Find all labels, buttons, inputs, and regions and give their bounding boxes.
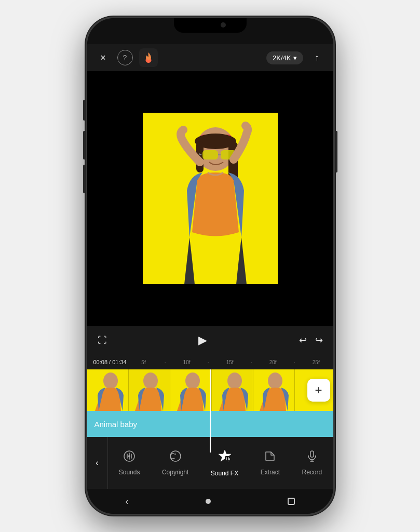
add-media-button[interactable]: + [307, 379, 330, 402]
soundfx-svg-icon [218, 449, 232, 463]
svg-point-14 [143, 373, 158, 389]
ruler-mark-dot1: · [154, 360, 176, 365]
notch [174, 18, 247, 33]
extract-svg-icon [264, 450, 276, 462]
phone-screen: × ? 2K/4K ▾ ↑ [87, 18, 333, 514]
frame-thumbnail-3 [170, 369, 212, 411]
quality-selector[interactable]: 2K/4K ▾ [266, 51, 303, 64]
quality-arrow: ▾ [293, 54, 297, 62]
ruler-mark-5f: 5f [133, 360, 155, 365]
export-button[interactable]: ↑ [309, 50, 325, 65]
ruler-mark-dot2: · [197, 360, 219, 365]
play-button[interactable]: ▶ [198, 334, 207, 347]
ruler-mark-10f: 10f [176, 360, 198, 365]
record-svg-icon [306, 450, 318, 462]
timeline-frame-2 [129, 369, 170, 411]
svg-rect-28 [228, 457, 229, 460]
timeline-frame-5 [253, 369, 295, 411]
ruler-marks: 5f · 10f · 15f · 20f · 25f [133, 360, 327, 365]
svg-point-24 [175, 454, 176, 455]
timeline-frame-1 [87, 369, 129, 411]
quality-label: 2K/4K [273, 54, 291, 62]
sounds-icon [123, 450, 136, 466]
copyright-icon [169, 450, 182, 466]
menu-item-extract[interactable]: Extract [261, 450, 280, 476]
volume-up-button[interactable] [83, 131, 85, 159]
nav-back-button[interactable]: ‹ [126, 496, 129, 507]
bottom-menu: ‹ Sounds [87, 437, 333, 489]
ruler-mark-dot3: · [240, 360, 262, 365]
menu-item-record[interactable]: Record [302, 450, 322, 476]
video-preview [87, 71, 333, 326]
svg-point-20 [268, 373, 282, 389]
frame-thumbnail-2 [129, 369, 170, 411]
sounds-label: Sounds [119, 469, 140, 476]
nav-home-button[interactable] [206, 499, 211, 504]
svg-rect-6 [202, 150, 218, 159]
svg-point-22 [128, 455, 130, 457]
record-icon [306, 450, 318, 466]
menu-items: Sounds Copyright [108, 437, 333, 489]
playback-controls: ⛶ ▶ ↩ ↪ [87, 326, 333, 355]
frame-thumbnail-1 [87, 369, 129, 411]
top-toolbar: × ? 2K/4K ▾ ↑ [87, 44, 333, 71]
status-bar [87, 18, 333, 44]
ruler-mark-20f: 20f [262, 360, 284, 365]
timeline-frame-3 [170, 369, 212, 411]
camera-dot [221, 22, 226, 28]
svg-rect-29 [229, 458, 230, 460]
extract-label: Extract [261, 469, 280, 476]
ruler-mark-dot4: · [283, 360, 305, 365]
timeline-strip[interactable]: + [87, 369, 333, 411]
flame-button[interactable] [139, 48, 158, 67]
timeline-area: + [87, 369, 333, 411]
svg-point-18 [227, 373, 242, 389]
redo-button[interactable]: ↪ [315, 335, 323, 346]
copyright-label: Copyright [162, 469, 188, 476]
timeline-ruler: 00:08 / 01:34 5f · 10f · 15f · 20f · 25f [87, 355, 333, 369]
power-button[interactable] [335, 131, 337, 172]
frame-thumbnail-4 [212, 369, 253, 411]
phone-shell: × ? 2K/4K ▾ ↑ [86, 17, 335, 515]
fullscreen-button[interactable]: ⛶ [98, 335, 107, 346]
copyright-svg-icon [169, 450, 182, 462]
ruler-mark-25f: 25f [305, 360, 327, 365]
help-button[interactable]: ? [117, 50, 133, 65]
svg-point-16 [185, 373, 200, 389]
menu-item-copyright[interactable]: Copyright [162, 450, 188, 476]
audio-track-label: Animal baby [94, 420, 138, 429]
person-illustration [143, 113, 278, 284]
volume-mute-button[interactable] [83, 100, 85, 121]
svg-rect-30 [310, 451, 314, 457]
soundfx-label: Sound FX [211, 470, 238, 477]
nav-recent-button[interactable] [288, 498, 295, 505]
svg-point-23 [170, 451, 181, 461]
time-display: 00:08 / 01:34 [93, 359, 127, 365]
soundfx-icon [218, 449, 232, 467]
menu-item-sounds[interactable]: Sounds [119, 450, 140, 476]
extract-icon [264, 450, 276, 466]
menu-back-button[interactable]: ‹ [87, 437, 108, 489]
system-nav-bar: ‹ [87, 489, 333, 514]
svg-rect-27 [226, 457, 227, 460]
audio-track[interactable]: Animal baby [87, 411, 333, 437]
undo-button[interactable]: ↩ [299, 335, 307, 346]
close-button[interactable]: × [96, 50, 111, 65]
flame-icon [144, 52, 153, 63]
volume-down-button[interactable] [83, 165, 85, 193]
timeline-frame-4 [212, 369, 253, 411]
svg-point-12 [103, 373, 118, 389]
ruler-mark-15f: 15f [219, 360, 241, 365]
sounds-svg-icon [123, 450, 136, 462]
video-canvas [143, 113, 278, 284]
frame-thumbnail-5 [253, 369, 295, 411]
menu-item-soundfx[interactable]: Sound FX [211, 449, 238, 477]
record-label: Record [302, 469, 322, 476]
